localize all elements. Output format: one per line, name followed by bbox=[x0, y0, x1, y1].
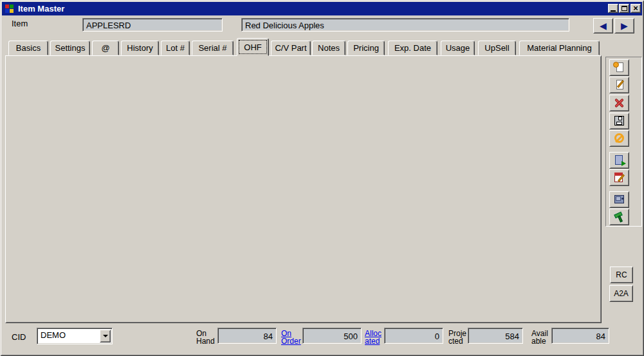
projected-label: Proje cted bbox=[448, 330, 470, 345]
notes-icon bbox=[613, 172, 625, 183]
delete-record-button[interactable] bbox=[609, 95, 629, 111]
tab-material-planning[interactable]: Material Planning bbox=[519, 41, 600, 55]
next-item-button[interactable]: ▶ bbox=[614, 18, 634, 33]
save-record-button[interactable] bbox=[609, 113, 629, 129]
a2a-button[interactable]: A2A bbox=[609, 285, 633, 302]
safe-button[interactable] bbox=[609, 191, 629, 208]
cancel-icon bbox=[613, 133, 625, 144]
on-hand-field[interactable]: 84 bbox=[217, 328, 277, 344]
edit-icon bbox=[613, 79, 625, 91]
ohf-tab-panel bbox=[5, 55, 602, 323]
allocated-link[interactable]: Alloc ated bbox=[365, 330, 387, 345]
save-icon bbox=[613, 115, 625, 127]
tab-basics[interactable]: Basics bbox=[8, 41, 48, 55]
prev-item-button[interactable]: ◀ bbox=[593, 18, 613, 33]
allocated-field[interactable]: 0 bbox=[384, 328, 443, 344]
chevron-down-icon bbox=[103, 335, 108, 337]
title-bar: Item Master bbox=[2, 2, 642, 15]
tab-history[interactable]: History bbox=[121, 41, 159, 55]
build-button[interactable] bbox=[609, 209, 629, 225]
minimize-icon bbox=[611, 10, 616, 12]
item-master-window: Item Master × Item APPLESRD Red Deliciou… bbox=[0, 0, 644, 356]
new-record-button[interactable] bbox=[609, 59, 629, 76]
cid-label: CID bbox=[12, 332, 26, 342]
on-hand-label: On Hand bbox=[196, 330, 219, 345]
next-arrow-icon: ▶ bbox=[621, 21, 628, 30]
tab-upsell[interactable]: UpSell bbox=[478, 41, 516, 55]
item-label: Item bbox=[12, 19, 28, 28]
rc-button[interactable]: RC bbox=[610, 267, 633, 283]
item-browse-button[interactable] bbox=[609, 152, 629, 169]
item-browse-icon bbox=[613, 155, 625, 166]
window-title: Item Master bbox=[18, 4, 64, 14]
projected-field[interactable]: 584 bbox=[468, 328, 523, 344]
edit-record-button[interactable] bbox=[609, 77, 629, 93]
maximize-icon bbox=[621, 6, 627, 11]
tab-at[interactable]: @ bbox=[92, 41, 119, 55]
tab-pricing[interactable]: Pricing bbox=[347, 41, 385, 55]
on-order-field[interactable]: 500 bbox=[302, 328, 362, 344]
tab-serial[interactable]: Serial # bbox=[192, 41, 234, 55]
app-icon bbox=[5, 5, 14, 14]
tab-lot[interactable]: Lot # bbox=[161, 41, 190, 55]
maximize-button[interactable] bbox=[619, 4, 629, 13]
tab-notes[interactable]: Notes bbox=[312, 41, 345, 55]
prev-arrow-icon: ◀ bbox=[600, 21, 607, 30]
tab-usage[interactable]: Usage bbox=[441, 41, 475, 55]
safe-icon bbox=[613, 194, 625, 205]
item-description-field[interactable]: Red Delicious Apples bbox=[241, 18, 569, 32]
on-order-link[interactable]: On Order bbox=[281, 330, 304, 345]
hammer-icon bbox=[613, 211, 625, 223]
cid-combobox[interactable]: DEMO bbox=[37, 328, 113, 344]
tab-ohf[interactable]: OHF bbox=[237, 38, 269, 56]
cancel-button[interactable] bbox=[609, 130, 629, 147]
close-button[interactable]: × bbox=[630, 4, 641, 13]
available-label: Avail able bbox=[531, 330, 552, 345]
item-code-field[interactable]: APPLESRD bbox=[82, 18, 223, 32]
notes-button[interactable] bbox=[609, 169, 629, 186]
minimize-button[interactable] bbox=[608, 4, 618, 13]
cid-dropdown-button[interactable] bbox=[100, 330, 111, 342]
available-field[interactable]: 84 bbox=[551, 328, 609, 344]
delete-icon bbox=[613, 97, 625, 109]
tab-exp-date[interactable]: Exp. Date bbox=[388, 41, 437, 55]
close-icon: × bbox=[633, 5, 638, 12]
new-record-icon bbox=[613, 62, 625, 73]
tab-settings[interactable]: Settings bbox=[50, 41, 90, 55]
tab-cv-part[interactable]: C/V Part bbox=[271, 41, 311, 55]
